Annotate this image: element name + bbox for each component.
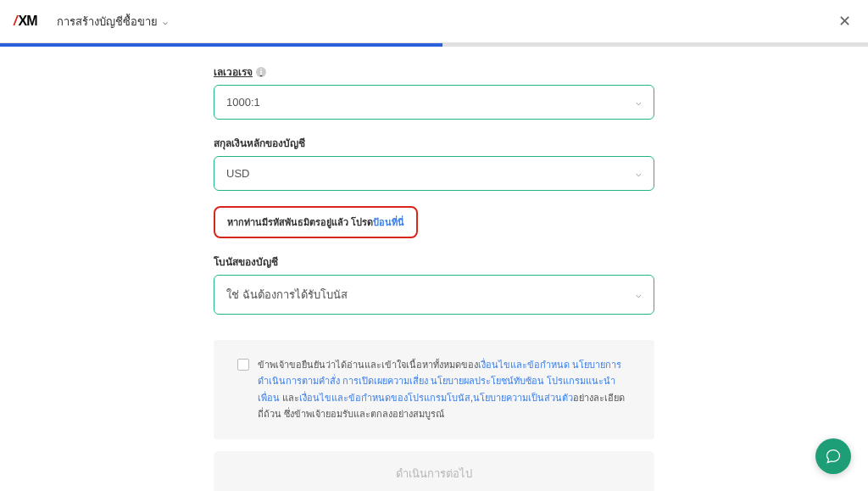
chevron-down-icon: ⌵: [163, 17, 168, 26]
chevron-down-icon: ⌵: [636, 97, 642, 108]
chevron-down-icon: ⌵: [636, 168, 642, 179]
conflict-link[interactable]: นโยบายผลประโยชน์ทับซ้อน: [431, 376, 544, 386]
info-icon[interactable]: i: [256, 67, 266, 77]
logo[interactable]: /XM: [14, 14, 36, 29]
chat-button[interactable]: [815, 438, 851, 474]
chevron-down-icon: ⌵: [636, 289, 642, 300]
currency-select[interactable]: USD ⌵: [214, 156, 654, 191]
continue-button[interactable]: ดำเนินการต่อไป: [214, 451, 654, 491]
leverage-select[interactable]: 1000:1 ⌵: [214, 85, 654, 120]
progress-bar: [0, 43, 868, 47]
privacy-link[interactable]: นโยบายความเป็นส่วนตัว: [473, 393, 573, 403]
agreement-box: ข้าพเจ้าขอยืนยันว่าได้อ่านและเข้าใจเนื้อ…: [214, 340, 654, 439]
agreement-checkbox[interactable]: [237, 359, 249, 371]
currency-label: สกุลเงินหลักของบัญชี: [214, 135, 654, 151]
header: /XM การสร้างบัญชีซื้อขาย ⌵ ✕: [0, 0, 868, 43]
bonus-select[interactable]: ใช่ ฉันต้องการได้รับโบนัส ⌵: [214, 275, 654, 315]
close-button[interactable]: ✕: [835, 8, 854, 34]
partner-code-link[interactable]: ป้อนที่นี่: [373, 217, 404, 227]
agreement-text: ข้าพเจ้าขอยืนยันว่าได้อ่านและเข้าใจเนื้อ…: [258, 357, 631, 422]
terms-link[interactable]: เงื่อนไขและข้อกำหนด: [478, 360, 570, 370]
page-title-dropdown[interactable]: การสร้างบัญชีซื้อขาย ⌵: [57, 13, 168, 31]
bonus-label: โบนัสของบัญชี: [214, 254, 654, 270]
partner-code-prompt: หากท่านมีรหัสพันธมิตรอยู่แล้ว โปรดป้อนที…: [214, 206, 418, 238]
page-title: การสร้างบัญชีซื้อขาย: [57, 13, 158, 31]
risk-link[interactable]: การเปิดเผยความเสี่ยง: [342, 376, 428, 386]
leverage-label: เลเวอเรจ i: [214, 64, 266, 80]
progress-fill: [0, 43, 442, 47]
bonus-terms-link[interactable]: เงื่อนไขและข้อกำหนดของโปรแกรมโบนัส: [299, 393, 470, 403]
